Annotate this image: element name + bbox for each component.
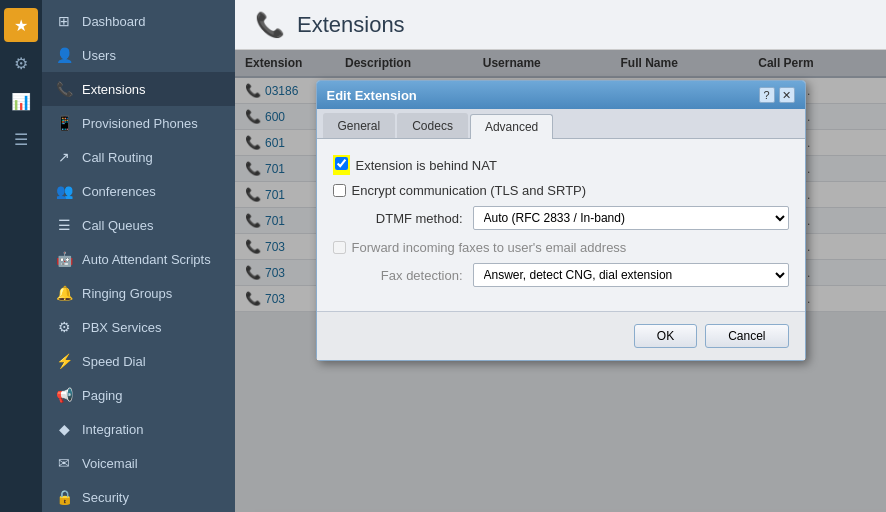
nat-checkbox[interactable] [335, 157, 348, 170]
encrypt-checkbox[interactable] [333, 184, 346, 197]
modal-help-button[interactable]: ? [759, 87, 775, 103]
edit-extension-modal: Edit Extension ? ✕ General Codecs Advanc… [316, 80, 806, 361]
sidebar-label-speed-dial: Speed Dial [82, 354, 146, 369]
nat-label: Extension is behind NAT [356, 158, 497, 173]
pbx-services-icon: ⚙ [54, 317, 74, 337]
ok-button[interactable]: OK [634, 324, 697, 348]
sidebar-nav: ⊞ Dashboard 👤 Users 📞 Extensions 📱 Provi… [42, 0, 235, 512]
sidebar-icon-chart[interactable]: 📊 [4, 84, 38, 118]
fax-detection-control: Answer, detect CNG, dial extension None … [473, 263, 789, 287]
modal-titlebar: Edit Extension ? ✕ [317, 81, 805, 109]
encrypt-row: Encrypt communication (TLS and SRTP) [333, 183, 789, 198]
modal-body: Extension is behind NAT Encrypt communic… [317, 139, 805, 311]
sidebar-item-call-queues[interactable]: ☰ Call Queues [42, 208, 235, 242]
speed-dial-icon: ⚡ [54, 351, 74, 371]
tab-advanced[interactable]: Advanced [470, 114, 553, 139]
modal-overlay: Edit Extension ? ✕ General Codecs Advanc… [235, 50, 886, 512]
integration-icon: ◆ [54, 419, 74, 439]
sidebar-item-call-routing[interactable]: ↗ Call Routing [42, 140, 235, 174]
sidebar-label-security: Security [82, 490, 129, 505]
nat-row: Extension is behind NAT [333, 155, 789, 175]
fax-detection-row: Fax detection: Answer, detect CNG, dial … [333, 263, 789, 287]
sidebar-icon-star[interactable]: ★ [4, 8, 38, 42]
cancel-button[interactable]: Cancel [705, 324, 788, 348]
sidebar-item-extensions[interactable]: 📞 Extensions [42, 72, 235, 106]
sidebar-item-speed-dial[interactable]: ⚡ Speed Dial [42, 344, 235, 378]
dtmf-control: Auto (RFC 2833 / In-band) RFC 2833 In-ba… [473, 206, 789, 230]
dtmf-label: DTMF method: [333, 211, 473, 226]
sidebar-item-dashboard[interactable]: ⊞ Dashboard [42, 4, 235, 38]
fax-detection-select[interactable]: Answer, detect CNG, dial extension None … [473, 263, 789, 287]
content-area: Extension Description Username Full Name… [235, 50, 886, 512]
fax-forward-row: Forward incoming faxes to user's email a… [333, 240, 789, 255]
page-title: Extensions [297, 12, 405, 38]
routing-icon: ↗ [54, 147, 74, 167]
sidebar-label-paging: Paging [82, 388, 122, 403]
sidebar-label-routing: Call Routing [82, 150, 153, 165]
sidebar-label-auto-attendant: Auto Attendant Scripts [82, 252, 211, 267]
security-icon: 🔒 [54, 487, 74, 507]
voicemail-icon: ✉ [54, 453, 74, 473]
modal-footer: OK Cancel [317, 311, 805, 360]
nat-highlight [333, 155, 350, 175]
sidebar-label-ringing-groups: Ringing Groups [82, 286, 172, 301]
sidebar-label-pbx-services: PBX Services [82, 320, 161, 335]
sidebar-label-voicemail: Voicemail [82, 456, 138, 471]
modal-controls: ? ✕ [759, 87, 795, 103]
sidebar-label-provisioned-phones: Provisioned Phones [82, 116, 198, 131]
modal-close-button[interactable]: ✕ [779, 87, 795, 103]
sidebar-label-call-queues: Call Queues [82, 218, 154, 233]
sidebar-label-extensions: Extensions [82, 82, 146, 97]
extensions-header-icon: 📞 [255, 11, 285, 39]
ringing-groups-icon: 🔔 [54, 283, 74, 303]
dtmf-row: DTMF method: Auto (RFC 2833 / In-band) R… [333, 206, 789, 230]
tab-general[interactable]: General [323, 113, 396, 138]
sidebar-item-security[interactable]: 🔒 Security [42, 480, 235, 512]
extensions-icon: 📞 [54, 79, 74, 99]
tab-codecs[interactable]: Codecs [397, 113, 468, 138]
modal-tabs: General Codecs Advanced [317, 109, 805, 139]
dtmf-select[interactable]: Auto (RFC 2833 / In-band) RFC 2833 In-ba… [473, 206, 789, 230]
sidebar-item-ringing-groups[interactable]: 🔔 Ringing Groups [42, 276, 235, 310]
header: 📞 Extensions [235, 0, 886, 50]
sidebar-item-pbx-services[interactable]: ⚙ PBX Services [42, 310, 235, 344]
sidebar-item-auto-attendant[interactable]: 🤖 Auto Attendant Scripts [42, 242, 235, 276]
sidebar-item-integration[interactable]: ◆ Integration [42, 412, 235, 446]
fax-forward-checkbox[interactable] [333, 241, 346, 254]
sidebar-item-paging[interactable]: 📢 Paging [42, 378, 235, 412]
auto-attendant-icon: 🤖 [54, 249, 74, 269]
sidebar-item-conferences[interactable]: 👥 Conferences [42, 174, 235, 208]
users-icon: 👤 [54, 45, 74, 65]
sidebar-icon-gear[interactable]: ⚙ [4, 46, 38, 80]
sidebar-icon-menu[interactable]: ☰ [4, 122, 38, 156]
encrypt-label: Encrypt communication (TLS and SRTP) [352, 183, 587, 198]
sidebar-item-provisioned-phones[interactable]: 📱 Provisioned Phones [42, 106, 235, 140]
sidebar-item-users[interactable]: 👤 Users [42, 38, 235, 72]
sidebar-label-integration: Integration [82, 422, 143, 437]
provisioned-phones-icon: 📱 [54, 113, 74, 133]
dashboard-icon: ⊞ [54, 11, 74, 31]
conferences-icon: 👥 [54, 181, 74, 201]
sidebar-item-voicemail[interactable]: ✉ Voicemail [42, 446, 235, 480]
call-queues-icon: ☰ [54, 215, 74, 235]
paging-icon: 📢 [54, 385, 74, 405]
sidebar-label-users: Users [82, 48, 116, 63]
sidebar-label-conferences: Conferences [82, 184, 156, 199]
modal-title: Edit Extension [327, 88, 417, 103]
sidebar-label-dashboard: Dashboard [82, 14, 146, 29]
fax-forward-label: Forward incoming faxes to user's email a… [352, 240, 627, 255]
fax-detection-label: Fax detection: [333, 268, 473, 283]
